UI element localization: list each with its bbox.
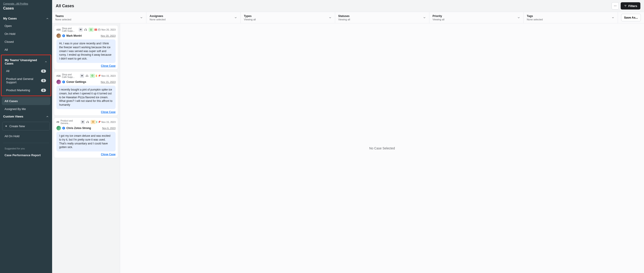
highlighted-section: My Teams' Unassigned Cases All 5 Product… — [1, 54, 51, 96]
case-team: Product and Genera... — [60, 120, 74, 124]
nav-item-case-performance-report[interactable]: Case Performance Report — [0, 151, 52, 159]
more-options-button[interactable] — [612, 2, 619, 9]
case-card[interactable]: #9 Product and Genera... O 📌 Nov 15, 202… — [54, 117, 118, 158]
section-unassigned[interactable]: My Teams' Unassigned Cases — [2, 57, 50, 67]
case-team: Shop and Cafe Supp... — [62, 73, 76, 78]
section-custom-views[interactable]: Custom Views — [0, 113, 52, 120]
case-id: #20 — [56, 28, 60, 31]
message-preview: I recently bought a pint of pumpkin spik… — [56, 86, 116, 109]
sidebar-title: Cases — [3, 6, 49, 10]
filter-assignees[interactable]: AssigneesNone selected — [146, 12, 241, 23]
case-date: Nov 15, 2023 — [102, 121, 116, 123]
pin-icon: 📌 — [98, 74, 100, 77]
facebook-icon — [62, 81, 65, 83]
svg-point-1 — [615, 6, 616, 6]
svg-rect-11 — [86, 76, 86, 77]
facebook-icon — [62, 34, 65, 37]
nav-item-assigned-by-me[interactable]: Assigned By Me — [0, 105, 52, 113]
filter-types[interactable]: TypesViewing all — [241, 12, 335, 23]
priority-bars — [96, 75, 97, 77]
priority-bars — [96, 121, 97, 123]
status-badge: O — [90, 74, 95, 78]
filter-tags[interactable]: TagsNone selected — [524, 12, 618, 23]
nav-item-all[interactable]: All — [0, 46, 52, 54]
svg-point-0 — [614, 6, 614, 6]
chevron-up-icon — [44, 60, 47, 63]
chevron-down-icon — [328, 16, 332, 19]
chevron-up-icon — [46, 17, 49, 20]
case-id: #16 — [56, 74, 60, 77]
avatar — [56, 80, 61, 84]
case-card[interactable]: #16 Shop and Cafe Supp... O 📌 Nov 15, 20… — [54, 71, 118, 116]
priority-bars — [94, 28, 97, 31]
svg-rect-15 — [88, 122, 88, 123]
close-case-link[interactable]: Close Case — [56, 153, 116, 156]
nav-item-all-on-hold[interactable]: All On Hold — [0, 132, 52, 140]
page-title: All Cases — [56, 4, 74, 8]
divider — [3, 143, 49, 143]
save-as-button[interactable]: Save As... — [621, 14, 641, 21]
headset-icon — [86, 120, 90, 124]
nav-item-all-cases[interactable]: All Cases — [2, 97, 50, 105]
chat-icon — [79, 28, 83, 32]
case-id: #9 — [56, 121, 59, 123]
nav-item-unassigned-product-marketing[interactable]: Product Marketing 0 — [2, 86, 50, 94]
calendar-icon — [98, 28, 100, 31]
facebook-icon — [62, 127, 65, 129]
chevron-up-icon — [46, 115, 49, 118]
author-name[interactable]: Conor Gettings — [66, 80, 86, 83]
count-badge: 5 — [41, 79, 46, 82]
author-date[interactable]: Nov 6, 2023 — [102, 127, 116, 129]
case-team: Shop and Cafe Supp... — [62, 27, 76, 32]
nav-item-open[interactable]: Open — [0, 22, 52, 30]
count-badge: 0 — [41, 89, 46, 92]
headset-icon — [84, 28, 88, 32]
count-badge: 5 — [41, 69, 46, 73]
svg-point-2 — [616, 6, 616, 6]
author-name[interactable]: Mark Montri — [66, 34, 82, 37]
chevron-down-icon — [611, 16, 614, 19]
headset-icon — [85, 74, 89, 78]
nav-item-onhold[interactable]: On Hold — [0, 30, 52, 38]
plus-icon: + — [5, 124, 7, 128]
empty-state-text: No Case Selected — [369, 146, 395, 150]
section-label: My Cases — [3, 17, 17, 20]
avatar — [56, 126, 61, 130]
section-label: My Teams' Unassigned Cases — [5, 58, 44, 65]
svg-rect-12 — [88, 76, 88, 77]
close-case-link[interactable]: Close Case — [56, 110, 116, 114]
filter-icon — [624, 4, 627, 7]
svg-rect-14 — [86, 122, 87, 123]
filter-priority[interactable]: PriorityViewing all — [430, 12, 524, 23]
breadcrumb[interactable]: Corporate - All Profiles — [3, 2, 49, 5]
case-card[interactable]: #20 Shop and Cafe Supp... O Nov 20, 2023… — [54, 25, 118, 69]
author-name[interactable]: Chris Zotos Strong — [66, 127, 91, 130]
status-badge: O — [88, 28, 94, 32]
suggested-label: Suggested for you — [0, 146, 52, 151]
svg-rect-6 — [84, 30, 85, 30]
detail-pane: No Case Selected — [120, 23, 644, 273]
author-date[interactable]: Nov 15, 2023 — [101, 81, 116, 83]
filter-teams[interactable]: TeamsNone selected — [52, 12, 146, 23]
filters-button[interactable]: Filters — [621, 2, 640, 9]
author-date[interactable]: Nov 20, 2023 — [101, 34, 116, 37]
close-case-link[interactable]: Close Case — [56, 64, 116, 67]
header: All Cases Filters — [52, 0, 644, 12]
svg-rect-7 — [86, 30, 86, 30]
pin-icon: 📌 — [98, 121, 100, 123]
chevron-down-icon — [234, 16, 237, 19]
section-my-cases[interactable]: My Cases — [0, 15, 52, 22]
create-new-view-button[interactable]: + Create New — [2, 122, 50, 130]
chat-icon — [80, 74, 84, 78]
dots-icon — [614, 4, 617, 7]
avatar — [56, 33, 61, 38]
nav-item-unassigned-all[interactable]: All 5 — [2, 67, 50, 75]
nav-item-closed[interactable]: Closed — [0, 38, 52, 46]
filter-statuses[interactable]: StatusesViewing all — [335, 12, 430, 23]
filter-bar: TeamsNone selected AssigneesNone selecte… — [52, 12, 644, 23]
case-list[interactable]: #20 Shop and Cafe Supp... O Nov 20, 2023… — [52, 23, 120, 273]
chat-icon — [81, 120, 85, 124]
nav-item-unassigned-product-general[interactable]: Product and General Support 5 — [2, 75, 50, 86]
main: All Cases Filters TeamsNone selected Ass… — [52, 0, 644, 273]
status-badge: O — [91, 120, 96, 124]
